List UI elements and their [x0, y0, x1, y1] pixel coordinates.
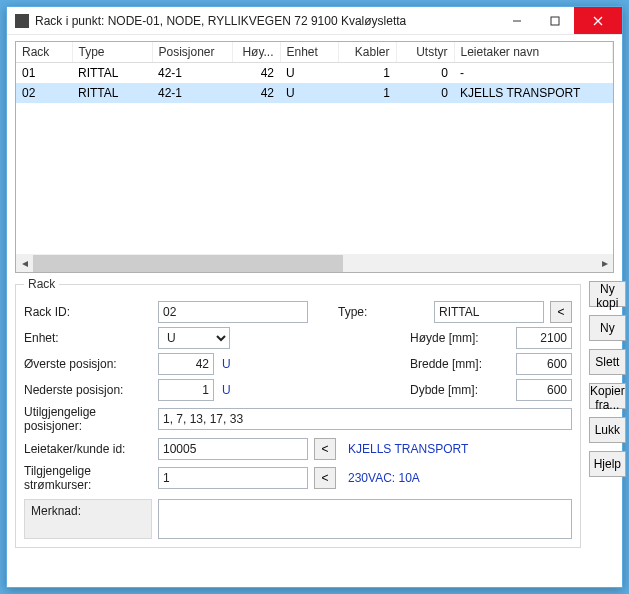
svg-line-2 — [594, 17, 602, 25]
col-leietaker[interactable]: Leietaker navn — [454, 42, 613, 63]
cell-type: RITTAL — [72, 83, 152, 103]
cell-hoyde: 42 — [232, 63, 280, 84]
cell-type: RITTAL — [72, 63, 152, 84]
chevron-left-icon: < — [321, 442, 328, 456]
ny-button[interactable]: Ny — [589, 315, 626, 341]
cell-leietaker: KJELLS TRANSPORT — [454, 83, 613, 103]
table-row[interactable]: 02RITTAL42-142U10KJELLS TRANSPORT — [16, 83, 613, 103]
rack-fieldset: Rack Rack ID: Type: < Enhet: U — [15, 277, 581, 548]
col-utstyr[interactable]: Utstyr — [396, 42, 454, 63]
cell-rack: 02 — [16, 83, 72, 103]
table-row[interactable]: 01RITTAL42-142U10- — [16, 63, 613, 84]
leietaker-id-input[interactable] — [158, 438, 308, 460]
label-enhet: Enhet: — [24, 331, 152, 345]
strom-id-input[interactable] — [158, 467, 308, 489]
dybde-input[interactable] — [516, 379, 572, 401]
label-type: Type: — [338, 305, 428, 319]
cell-posisjoner: 42-1 — [152, 63, 232, 84]
type-lookup-button[interactable]: < — [550, 301, 572, 323]
label-utilgj: Utilgjengelige posisjoner: — [24, 405, 152, 434]
cell-posisjoner: 42-1 — [152, 83, 232, 103]
strom-lookup-button[interactable]: < — [314, 467, 336, 489]
nederste-input[interactable] — [158, 379, 214, 401]
slett-button[interactable]: Slett — [589, 349, 626, 375]
chevron-left-icon: < — [321, 471, 328, 485]
col-hoyde[interactable]: Høy... — [232, 42, 280, 63]
merknad-textarea[interactable] — [158, 499, 572, 539]
hjelp-button[interactable]: Hjelp — [589, 451, 626, 477]
cell-enhet: U — [280, 63, 338, 84]
col-enhet[interactable]: Enhet — [280, 42, 338, 63]
cell-kabler: 1 — [338, 63, 396, 84]
scroll-thumb[interactable] — [33, 255, 343, 272]
col-kabler[interactable]: Kabler — [338, 42, 396, 63]
app-icon — [15, 14, 29, 28]
overste-input[interactable] — [158, 353, 214, 375]
cell-utstyr: 0 — [396, 63, 454, 84]
lukk-button[interactable]: Lukk — [589, 417, 626, 443]
rack-grid[interactable]: Rack Type Posisjoner Høy... Enhet Kabler… — [15, 41, 614, 273]
cell-kabler: 1 — [338, 83, 396, 103]
label-leietaker: Leietaker/kunde id: — [24, 442, 152, 456]
enhet-select[interactable]: U — [158, 327, 230, 349]
table-header-row[interactable]: Rack Type Posisjoner Høy... Enhet Kabler… — [16, 42, 613, 63]
horizontal-scrollbar[interactable]: ◂ ▸ — [16, 254, 613, 272]
label-nederste: Nederste posisjon: — [24, 383, 152, 397]
col-rack[interactable]: Rack — [16, 42, 72, 63]
window-controls — [498, 7, 622, 34]
leietaker-lookup-button[interactable]: < — [314, 438, 336, 460]
scroll-right-icon[interactable]: ▸ — [596, 255, 613, 272]
minimize-button[interactable] — [498, 7, 536, 34]
strom-desc-text: 230VAC: 10A — [348, 471, 420, 485]
app-window: Rack i punkt: NODE-01, NODE, RYLLIKVEGEN… — [6, 6, 623, 588]
leietaker-name-text: KJELLS TRANSPORT — [348, 442, 468, 456]
rack-table: Rack Type Posisjoner Høy... Enhet Kabler… — [16, 42, 613, 103]
cell-hoyde: 42 — [232, 83, 280, 103]
cell-utstyr: 0 — [396, 83, 454, 103]
titlebar[interactable]: Rack i punkt: NODE-01, NODE, RYLLIKVEGEN… — [7, 7, 622, 35]
close-button[interactable] — [574, 7, 622, 34]
rack-legend: Rack — [24, 277, 59, 291]
label-rack-id: Rack ID: — [24, 305, 152, 319]
label-overste: Øverste posisjon: — [24, 357, 152, 371]
utilgj-input[interactable] — [158, 408, 572, 430]
side-buttons: Ny kopi Ny Slett Kopier fra... Lukk Hjel… — [589, 277, 626, 579]
kopier-fra-button[interactable]: Kopier fra... — [589, 383, 626, 409]
label-dybde: Dybde [mm]: — [410, 383, 510, 397]
overste-unit: U — [222, 357, 231, 371]
label-strom: Tilgjengelige strømkurser: — [24, 464, 152, 493]
scroll-left-icon[interactable]: ◂ — [16, 255, 33, 272]
type-input[interactable] — [434, 301, 544, 323]
nederste-unit: U — [222, 383, 231, 397]
cell-enhet: U — [280, 83, 338, 103]
chevron-left-icon: < — [557, 305, 564, 319]
cell-rack: 01 — [16, 63, 72, 84]
label-bredde: Bredde [mm]: — [410, 357, 510, 371]
ny-kopi-button[interactable]: Ny kopi — [589, 281, 626, 307]
col-posisjoner[interactable]: Posisjoner — [152, 42, 232, 63]
label-merknad: Merknad: — [24, 499, 152, 539]
bredde-input[interactable] — [516, 353, 572, 375]
cell-leietaker: - — [454, 63, 613, 84]
svg-line-3 — [594, 17, 602, 25]
window-title: Rack i punkt: NODE-01, NODE, RYLLIKVEGEN… — [35, 14, 498, 28]
col-type[interactable]: Type — [72, 42, 152, 63]
maximize-button[interactable] — [536, 7, 574, 34]
hoyde-input[interactable] — [516, 327, 572, 349]
svg-rect-1 — [551, 17, 559, 25]
label-hoyde: Høyde [mm]: — [410, 331, 510, 345]
rack-id-input[interactable] — [158, 301, 308, 323]
scroll-track[interactable] — [33, 255, 596, 272]
content-area: Rack Type Posisjoner Høy... Enhet Kabler… — [7, 35, 622, 587]
